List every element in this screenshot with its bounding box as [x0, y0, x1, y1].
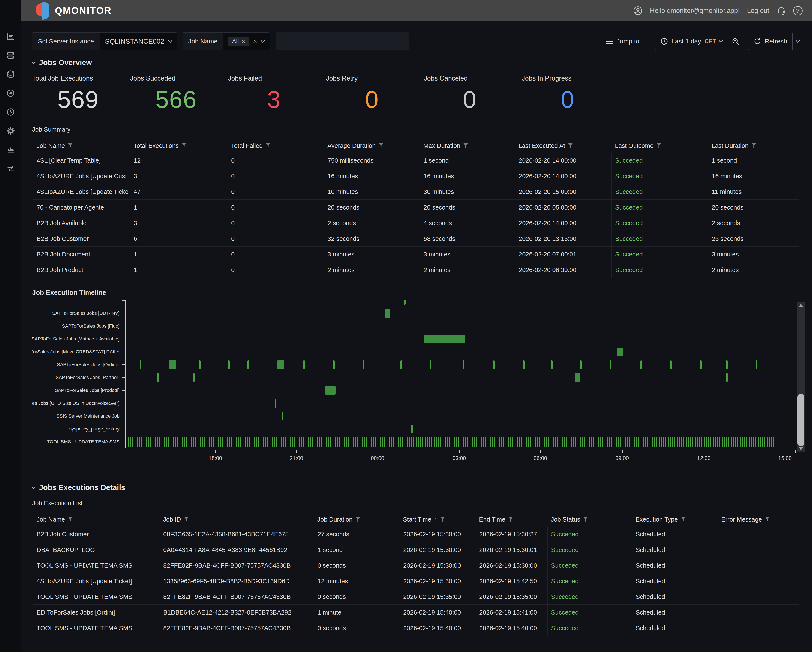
- timeline-bar[interactable]: [610, 360, 612, 369]
- timeline-row-plot[interactable]: [125, 371, 774, 384]
- timeline-bar[interactable]: [247, 360, 249, 369]
- table-row[interactable]: DBA_BACKUP_LOG0A0A4314-FA8A-4845-A383-9E…: [33, 542, 799, 557]
- timeline-bar[interactable]: [193, 373, 195, 382]
- timeline-bar[interactable]: [228, 360, 230, 369]
- table-row[interactable]: 70 - Caricato per Agente1020 seconds20 s…: [33, 200, 799, 215]
- timeline-bar[interactable]: [424, 335, 465, 343]
- filter-icon[interactable]: [184, 517, 189, 522]
- job-name-filter[interactable]: Job Name All × ×: [183, 32, 270, 50]
- record-icon[interactable]: [6, 89, 15, 98]
- column-header[interactable]: Job ID: [160, 513, 314, 526]
- timeline-bar[interactable]: [277, 360, 284, 369]
- column-header[interactable]: Total Executions: [130, 139, 227, 153]
- app-logo[interactable]: QMONITOR: [35, 2, 111, 20]
- sort-asc-icon[interactable]: ↑: [434, 516, 437, 523]
- table-row[interactable]: B2B Job Document103 minutes3 minutes2026…: [33, 246, 799, 262]
- table-row[interactable]: TOOL SMS - UPDATE TEMA SMS82FFE82F-9BAB-…: [33, 589, 799, 605]
- timeline-bar[interactable]: [551, 360, 553, 369]
- timeline-bar[interactable]: [169, 360, 176, 369]
- timeline-bar[interactable]: [617, 348, 623, 356]
- swap-icon[interactable]: [6, 164, 15, 173]
- zoom-out-button[interactable]: [728, 33, 743, 50]
- timeline-bar[interactable]: [700, 360, 702, 369]
- timeline-bar[interactable]: [385, 309, 390, 318]
- servers-icon[interactable]: [6, 51, 15, 60]
- column-header[interactable]: Last Executed At: [515, 139, 612, 153]
- timeline-bar[interactable]: [493, 360, 495, 369]
- database-icon[interactable]: [6, 70, 15, 79]
- timeline-bar[interactable]: [463, 360, 464, 369]
- table-row[interactable]: TOOL SMS - UPDATE TEMA SMS82FFE82F-9BAB-…: [33, 557, 799, 573]
- scroll-down-icon[interactable]: [797, 445, 805, 452]
- column-header[interactable]: Job Status: [547, 513, 632, 526]
- timeline-bar[interactable]: [325, 386, 336, 395]
- timeline-scrollbar[interactable]: [797, 302, 805, 452]
- filter-icon[interactable]: [765, 517, 769, 522]
- filter-icon[interactable]: [379, 143, 383, 148]
- timeline-bar[interactable]: [400, 360, 402, 369]
- job-name-chip[interactable]: All ×: [228, 37, 249, 46]
- column-header[interactable]: Start Time↑: [400, 513, 476, 526]
- column-header[interactable]: Max Duration: [420, 139, 515, 153]
- clock-icon[interactable]: [6, 108, 15, 116]
- filter-icon[interactable]: [463, 143, 468, 148]
- job-execution-timeline-chart[interactable]: SAPToForSales Jobs [DDT-INV]SAPToForSale…: [32, 299, 774, 448]
- column-header[interactable]: Job Duration: [314, 513, 400, 526]
- logout-link[interactable]: Log out: [747, 7, 769, 15]
- timeline-bar[interactable]: [333, 360, 335, 369]
- timeline-bar[interactable]: [580, 360, 582, 369]
- timeline-row-plot[interactable]: [125, 410, 774, 423]
- timeline-row-plot[interactable]: [125, 307, 774, 320]
- crown-icon[interactable]: [6, 145, 15, 154]
- column-header[interactable]: End Time: [476, 513, 547, 526]
- refresh-button[interactable]: Refresh: [748, 33, 792, 50]
- timeline-row-plot[interactable]: [125, 299, 774, 307]
- timeline-row-plot[interactable]: [125, 423, 774, 435]
- filter-icon[interactable]: [266, 143, 270, 148]
- refresh-interval-dropdown[interactable]: [792, 33, 803, 50]
- timeline-bar[interactable]: [157, 373, 159, 382]
- table-row[interactable]: 4SLtoAZURE Jobs [Update Ticket]13358963-…: [33, 573, 799, 589]
- filter-icon[interactable]: [568, 143, 573, 148]
- timeline-bar[interactable]: [411, 424, 413, 433]
- timeline-bar[interactable]: [404, 299, 406, 305]
- timeline-bar[interactable]: [303, 360, 305, 369]
- column-header[interactable]: Total Failed: [227, 139, 324, 153]
- instance-filter-value[interactable]: SQLINSTANCE002: [100, 32, 177, 50]
- table-row[interactable]: B2B Job Available302 seconds4 seconds202…: [33, 215, 799, 231]
- timeline-bar[interactable]: [523, 360, 525, 369]
- timeline-bar[interactable]: [670, 360, 672, 369]
- timeline-row-plot[interactable]: [125, 320, 774, 333]
- table-row[interactable]: B2B Job Customer08F3C665-1E2A-4358-B681-…: [33, 526, 799, 542]
- timeline-bar[interactable]: [726, 373, 728, 382]
- filter-icon[interactable]: [752, 143, 756, 148]
- help-icon[interactable]: ?: [793, 6, 803, 15]
- table-row[interactable]: B2B Job Product102 minutes2 minutes2026-…: [33, 262, 799, 278]
- table-row[interactable]: TOOL SMS - UPDATE TEMA SMS82FFE82F-9BAB-…: [33, 620, 799, 636]
- instance-filter[interactable]: Sql Server Instance SQLINSTANCE002: [32, 32, 177, 50]
- table-row[interactable]: 4SLtoAZURE Jobs [Update Ticke47010 minut…: [33, 184, 799, 200]
- support-icon[interactable]: [777, 6, 786, 15]
- timeline-bar[interactable]: [275, 399, 276, 408]
- gear-icon[interactable]: [6, 127, 15, 136]
- scrollbar-thumb[interactable]: [797, 394, 804, 446]
- filter-icon[interactable]: [182, 143, 186, 148]
- filter-icon[interactable]: [681, 517, 685, 522]
- column-header[interactable]: Job Name: [33, 139, 130, 153]
- chip-remove-icon[interactable]: ×: [241, 38, 246, 45]
- column-header[interactable]: Execution Type: [632, 513, 718, 526]
- timeline-row-plot[interactable]: [125, 384, 774, 397]
- timeline-row-plot[interactable]: [125, 435, 774, 448]
- table-row[interactable]: 4SL [Clear Temp Table]120750 millisecond…: [33, 153, 799, 168]
- scroll-up-icon[interactable]: [797, 302, 805, 309]
- timeline-bar[interactable]: [363, 360, 365, 369]
- table-row[interactable]: 4SLtoAZURE Jobs [Update Cust3016 minutes…: [33, 168, 799, 184]
- job-name-filter-value[interactable]: All × ×: [223, 32, 270, 50]
- timeline-bar[interactable]: [640, 360, 642, 369]
- time-range-button[interactable]: Last 1 day CET: [655, 33, 728, 50]
- filter-icon[interactable]: [440, 517, 445, 522]
- timeline-row-plot[interactable]: [125, 333, 774, 345]
- timeline-bar[interactable]: [140, 360, 142, 369]
- filter-icon[interactable]: [356, 517, 360, 522]
- bar-chart-icon[interactable]: [6, 32, 15, 41]
